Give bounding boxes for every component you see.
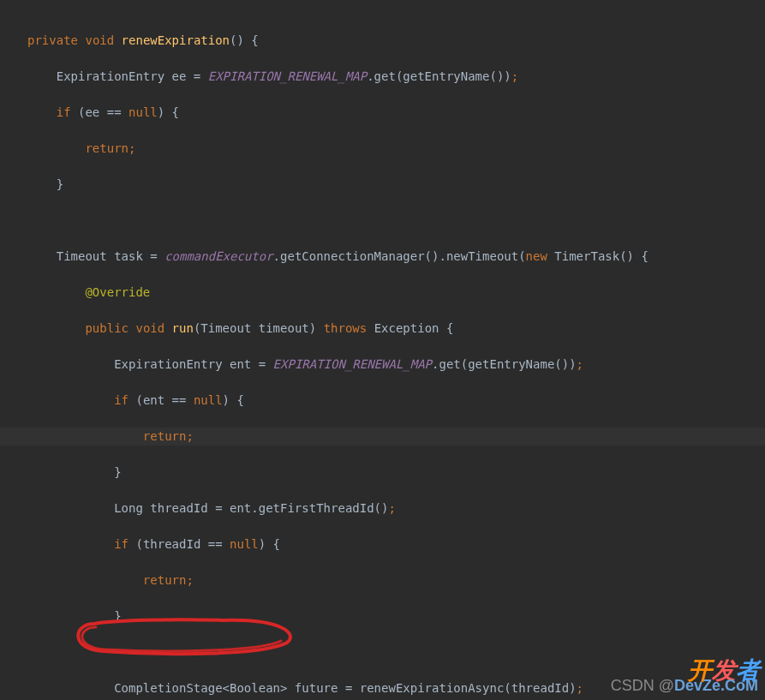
code-line: @Override: [0, 284, 765, 302]
code-line: ExpirationEntry ent = EXPIRATION_RENEWAL…: [0, 356, 765, 374]
code-line: if (threadId == null) {: [0, 535, 765, 553]
code-line: if (ent == null) {: [0, 392, 765, 410]
code-line: }: [0, 464, 765, 482]
code-line: Long threadId = ent.getFirstThreadId();: [0, 500, 765, 518]
code-line: Timeout task = commandExecutor.getConnec…: [0, 248, 765, 266]
code-line: if (ee == null) {: [0, 104, 765, 122]
code-line: public void run(Timeout timeout) throws …: [0, 320, 765, 338]
code-editor[interactable]: private void renewExpiration() { Expirat…: [0, 0, 765, 700]
code-line: ExpirationEntry ee = EXPIRATION_RENEWAL_…: [0, 68, 765, 86]
code-line: }: [0, 607, 765, 625]
code-line: CompletionStage<Boolean> future = renewE…: [0, 679, 765, 697]
code-line: [0, 212, 765, 230]
code-line: [0, 643, 765, 661]
code-line: return;: [0, 571, 765, 589]
code-line: }: [0, 176, 765, 194]
code-line: private void renewExpiration() {: [0, 32, 765, 50]
code-line-active: return;: [0, 428, 765, 446]
code-line: return;: [0, 140, 765, 158]
